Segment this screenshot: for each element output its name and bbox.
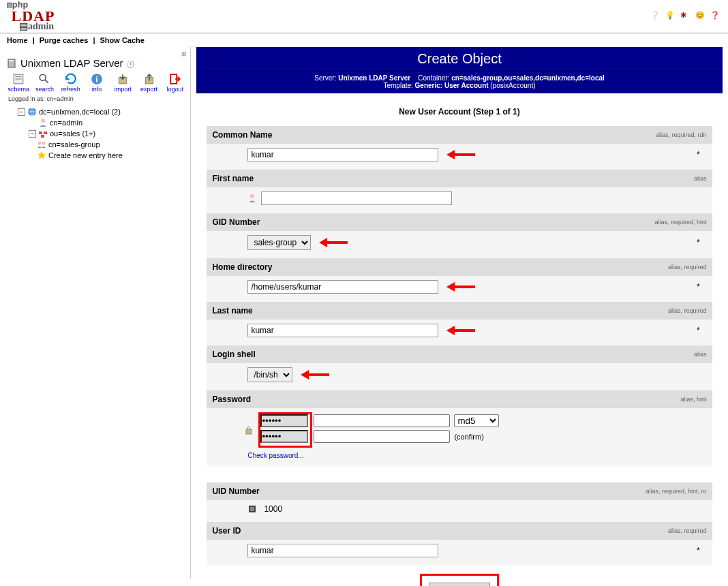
page-title: Create Object xyxy=(196,47,723,71)
check-password-link[interactable]: Check password... xyxy=(247,452,303,459)
lock-icon xyxy=(244,425,254,435)
pwd-full-input[interactable] xyxy=(314,414,450,427)
chip-icon xyxy=(247,504,257,514)
tree-root[interactable]: dc=unixmen,dc=local (2) xyxy=(39,108,121,116)
clock-icon xyxy=(126,57,134,69)
arrow-icon xyxy=(446,283,479,290)
fn-input[interactable] xyxy=(261,191,452,205)
group-icon xyxy=(37,140,46,149)
home-input[interactable] xyxy=(247,280,438,294)
nav-show[interactable]: Show Cache xyxy=(100,36,145,44)
side-logout[interactable]: logout xyxy=(167,86,184,93)
field-label-home: Home directory xyxy=(212,262,272,272)
field-label-pwd: Password xyxy=(212,395,251,404)
logout-icon[interactable] xyxy=(169,73,181,85)
orgunit-icon xyxy=(38,129,48,138)
svg-rect-1 xyxy=(9,60,14,61)
create-button-highlight: Create Object xyxy=(420,574,499,586)
svg-point-5 xyxy=(40,74,46,80)
uid-value: 1000 xyxy=(261,504,282,514)
hash-select[interactable]: md5 xyxy=(454,414,499,427)
smile-icon[interactable]: 😊 xyxy=(695,11,706,22)
tree-create[interactable]: Create new entry here xyxy=(48,151,123,159)
svg-point-18 xyxy=(42,142,46,145)
globe-icon xyxy=(27,107,37,117)
create-object-button[interactable]: Create Object xyxy=(429,583,490,586)
lightbulb-icon[interactable]: 💡 xyxy=(665,11,676,22)
svg-line-6 xyxy=(46,80,49,83)
star-icon xyxy=(37,151,46,160)
svg-rect-20 xyxy=(246,429,252,434)
svg-point-17 xyxy=(38,142,42,145)
field-label-fn: First name xyxy=(212,174,254,183)
side-import[interactable]: import xyxy=(115,86,132,93)
search-icon[interactable] xyxy=(38,73,50,85)
collapse-pane-icon[interactable]: ⊞ xyxy=(7,50,187,57)
tree: − dc=unixmen,dc=local (2) cn=admin − ou=… xyxy=(7,106,187,161)
nav-purge[interactable]: Purge caches xyxy=(40,36,89,44)
field-label-userid: User ID xyxy=(212,526,241,536)
shell-select[interactable]: /bin/sh xyxy=(247,367,292,382)
page-header: Create Object Server: Unixmen LDAP Serve… xyxy=(196,47,723,93)
person-icon xyxy=(247,194,257,203)
import-icon[interactable] xyxy=(117,73,129,85)
tree-group[interactable]: cn=sales-group xyxy=(48,140,100,149)
server-name: Unixmen LDAP Server xyxy=(7,57,187,69)
tree-toggle[interactable]: − xyxy=(29,130,36,138)
field-label-shell: Login shell xyxy=(212,350,255,359)
field-label-uid: UID Number xyxy=(212,487,259,496)
svg-point-19 xyxy=(250,194,254,198)
cn-input[interactable] xyxy=(247,148,438,161)
pwd-confirm-input[interactable] xyxy=(260,430,308,443)
tree-toggle[interactable]: − xyxy=(18,108,25,116)
svg-rect-15 xyxy=(44,132,47,134)
top-icons: ❔ 💡 ✱ 😊 ❓ xyxy=(650,11,721,22)
help-icon[interactable]: ❔ xyxy=(650,11,661,22)
svg-point-13 xyxy=(41,119,45,123)
arrow-icon xyxy=(446,327,479,334)
nav-home[interactable]: Home xyxy=(7,36,28,44)
export-icon[interactable] xyxy=(143,73,155,85)
pwd-input[interactable] xyxy=(260,414,308,427)
refresh-icon[interactable] xyxy=(65,73,77,85)
server-icon xyxy=(7,58,18,69)
pwd-highlight xyxy=(258,412,312,448)
question-icon[interactable]: ❓ xyxy=(710,11,721,22)
sidebar: ⊞ Unixmen LDAP Server schema search refr… xyxy=(0,47,191,579)
logo: ▤php LDAP ▤admin xyxy=(7,1,55,31)
user-icon xyxy=(38,118,48,127)
field-label-cn: Common Name xyxy=(212,130,272,140)
side-info[interactable]: info xyxy=(92,86,102,93)
ln-input[interactable] xyxy=(247,324,438,337)
side-schema[interactable]: schema xyxy=(7,86,29,93)
step-title: New User Account (Step 1 of 1) xyxy=(196,107,723,117)
gid-select[interactable]: sales-group xyxy=(247,235,311,250)
side-refresh[interactable]: refresh xyxy=(61,86,80,93)
svg-rect-14 xyxy=(39,132,42,134)
arrow-icon xyxy=(446,151,479,158)
schema-icon[interactable] xyxy=(12,73,25,85)
tree-sales[interactable]: ou=sales (1+) xyxy=(50,129,95,138)
logged-in: Logged in as: cn=admin xyxy=(8,95,187,102)
nav-bar: Home | Purge caches | Show Cache xyxy=(0,33,728,47)
field-label-ln: Last name xyxy=(212,306,252,315)
arrow-icon xyxy=(319,239,352,246)
arrow-icon xyxy=(301,371,333,378)
svg-text:i: i xyxy=(95,75,97,84)
bug-icon[interactable]: ✱ xyxy=(680,11,691,22)
svg-rect-16 xyxy=(41,135,44,138)
userid-input[interactable] xyxy=(247,544,438,557)
info-icon[interactable]: i xyxy=(91,73,103,85)
tree-admin[interactable]: cn=admin xyxy=(50,119,82,127)
side-search[interactable]: search xyxy=(35,86,54,93)
side-export[interactable]: export xyxy=(140,86,157,93)
svg-rect-22 xyxy=(250,507,254,511)
field-label-gid: GID Number xyxy=(212,217,260,227)
pwd-full-confirm-input[interactable] xyxy=(314,430,450,443)
